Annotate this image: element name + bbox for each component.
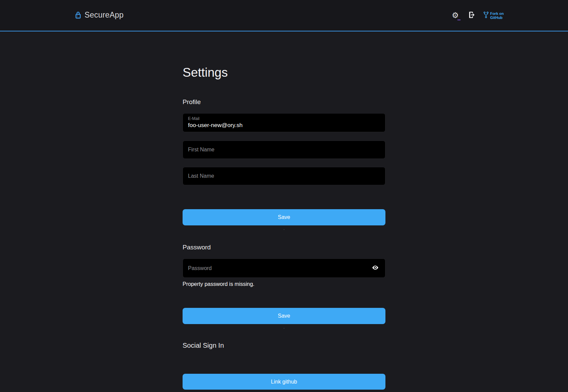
- gear-underscore: [457, 20, 460, 20]
- app-logo: SecureApp: [75, 10, 124, 20]
- lock-icon: [75, 11, 81, 20]
- app-header: SecureApp ⚙: [0, 0, 568, 31]
- social-section-heading: Social Sign In: [183, 341, 385, 349]
- fork-link-line2: GitHub: [490, 16, 503, 20]
- fork-link-line1: Fork on: [490, 11, 504, 16]
- fork-on-github-link[interactable]: Fork on GitHub: [483, 11, 504, 20]
- email-label: E-Mail: [188, 116, 380, 121]
- password-field: [183, 259, 385, 278]
- last-name-input[interactable]: [188, 173, 380, 179]
- profile-section-heading: Profile: [183, 98, 385, 106]
- email-input[interactable]: [188, 121, 380, 129]
- password-error-message: Property password is missing.: [183, 281, 385, 287]
- last-name-field: [183, 167, 385, 185]
- page-title: Settings: [183, 65, 385, 80]
- save-profile-button[interactable]: Save: [183, 209, 385, 225]
- save-password-button[interactable]: Save: [183, 308, 385, 324]
- toggle-password-visibility-button[interactable]: [371, 264, 380, 273]
- logout-button[interactable]: [467, 10, 476, 21]
- settings-gear-button[interactable]: ⚙: [451, 10, 460, 21]
- fork-link-text: Fork on GitHub: [490, 11, 504, 20]
- logout-icon: [468, 11, 475, 20]
- link-github-button[interactable]: Link github: [183, 374, 385, 390]
- eye-icon: [372, 264, 379, 272]
- header-actions: ⚙ Fork on GitHub: [451, 10, 504, 21]
- first-name-field: [183, 141, 385, 159]
- gear-icon: ⚙: [452, 11, 459, 19]
- fork-icon: [483, 11, 489, 20]
- profile-status-dot: .: [183, 226, 385, 231]
- password-input[interactable]: [188, 265, 371, 271]
- password-section-heading: Password: [183, 243, 385, 251]
- settings-content: Settings Profile E-Mail Save . Password …: [183, 65, 385, 390]
- email-field: E-Mail: [183, 113, 385, 132]
- first-name-input[interactable]: [188, 147, 380, 153]
- app-title: SecureApp: [85, 10, 124, 20]
- password-status-dot: .: [183, 325, 385, 329]
